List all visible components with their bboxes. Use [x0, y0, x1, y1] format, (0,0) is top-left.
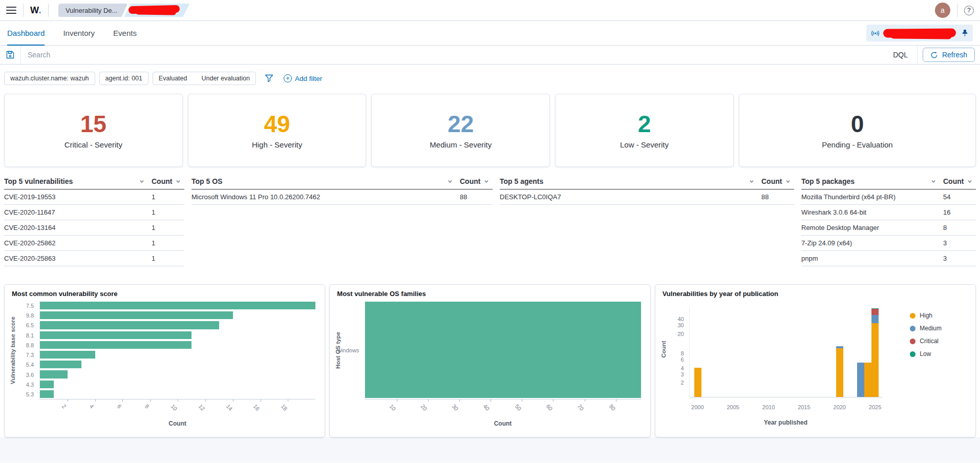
count-header[interactable]: Count: [943, 177, 964, 185]
x-tick-label: 50: [514, 403, 522, 412]
bar[interactable]: [40, 302, 315, 309]
table-row[interactable]: Wireshark 3.0.6 64-bit16: [801, 205, 976, 220]
selected-agent-pill[interactable]: [866, 25, 973, 41]
redaction-scribble: [135, 8, 176, 15]
stacked-bar[interactable]: [836, 346, 843, 397]
search-input[interactable]: Search: [28, 51, 884, 59]
y-tick-label: 4.3: [18, 380, 34, 389]
bar[interactable]: [40, 311, 233, 319]
table-row[interactable]: pnpm3: [801, 251, 976, 266]
bar[interactable]: [40, 390, 54, 398]
table-title[interactable]: Top 5 agents: [500, 177, 543, 185]
chevron-down-icon[interactable]: [484, 179, 489, 184]
legend-item-low[interactable]: Low: [910, 350, 942, 357]
chevron-down-icon[interactable]: [448, 179, 453, 184]
card-high[interactable]: 49 High - Severity: [188, 94, 367, 167]
stacked-chart-year-publication[interactable]: Count 23468203040 2000200520102015202020…: [663, 301, 968, 426]
filter-pill-agent[interactable]: agent.id: 001: [99, 72, 148, 85]
chevron-down-icon[interactable]: [176, 179, 181, 184]
tab-inventory[interactable]: Inventory: [63, 21, 95, 45]
metric-value: 0: [851, 112, 864, 136]
table-title[interactable]: Top 5 vulnerabilities: [4, 177, 73, 185]
divider: [48, 4, 49, 17]
x-tick-label: 2000: [691, 404, 704, 410]
x-tick-label: 40: [482, 403, 491, 412]
card-pending[interactable]: 0 Pending - Evaluation: [739, 94, 976, 167]
filter-funnel-icon[interactable]: [265, 74, 273, 82]
count-header[interactable]: Count: [761, 177, 782, 185]
bar[interactable]: [40, 321, 219, 329]
plot-area: [39, 301, 315, 399]
legend-item-high[interactable]: High: [910, 312, 942, 319]
y-tick-label: 6.5: [18, 321, 34, 330]
table-row[interactable]: Remote Desktop Manager8: [801, 220, 976, 236]
metric-value: 2: [638, 112, 651, 136]
wazuh-logo[interactable]: W.: [30, 5, 41, 16]
card-critical[interactable]: 15 Critical - Severity: [4, 94, 183, 167]
y-tick-label: 8.8: [18, 340, 34, 350]
filter-pill-label: Evaluated: [159, 75, 187, 82]
filter-pill-cluster[interactable]: wazuh.cluster.name: wazuh: [4, 72, 95, 85]
row-name: Mozilla Thunderbird (x64 pt-BR): [801, 193, 943, 201]
bar[interactable]: [40, 341, 191, 349]
chevron-down-icon[interactable]: [931, 179, 936, 184]
card-medium[interactable]: 22 Medium - Severity: [371, 94, 550, 167]
bar[interactable]: [40, 361, 81, 368]
add-filter-button[interactable]: + Add filter: [284, 74, 322, 82]
breadcrumb[interactable]: Vulnerability De...: [58, 4, 127, 17]
count-header[interactable]: Count: [460, 177, 480, 185]
query-language-button[interactable]: DQL: [884, 51, 917, 59]
filter-pill-evaluation[interactable]: Evaluated Under evaluation: [153, 72, 256, 85]
bar[interactable]: [365, 302, 641, 398]
hbar-chart-os-families[interactable]: Host OS type windows 1020304050607080 Co…: [337, 301, 643, 426]
hbar-chart-vulnerability-score[interactable]: Vulnerability base score 7.59.86.58.18.8…: [12, 301, 317, 426]
chevron-down-icon[interactable]: [967, 179, 972, 184]
table-row[interactable]: CVE-2020-258621: [4, 236, 184, 251]
x-tick-label: 12: [197, 403, 206, 412]
bar[interactable]: [40, 381, 54, 388]
chevron-down-icon[interactable]: [139, 179, 144, 184]
metric-label: Medium - Severity: [430, 140, 492, 149]
save-query-icon[interactable]: [0, 46, 20, 64]
table-row[interactable]: DESKTOP-LC0IQA788: [500, 190, 794, 205]
row-name: CVE-2019-19553: [4, 193, 152, 201]
table-row[interactable]: 7-Zip 24.09 (x64)3: [801, 236, 976, 251]
chevron-down-icon[interactable]: [749, 179, 754, 184]
menu-icon[interactable]: [6, 7, 16, 14]
table-row[interactable]: CVE-2019-195531: [4, 190, 184, 205]
stacked-bar[interactable]: [694, 368, 701, 397]
table-row[interactable]: Mozilla Thunderbird (x64 pt-BR)54: [801, 190, 976, 205]
table-header: Top 5 packages Count: [801, 177, 976, 190]
table-top5-agents: Top 5 agents Count DESKTOP-LC0IQA788: [500, 177, 794, 205]
legend-item-critical[interactable]: Critical: [910, 338, 942, 345]
stacked-bar[interactable]: [871, 308, 879, 397]
table-title[interactable]: Top 5 packages: [801, 177, 855, 185]
help-icon[interactable]: ?: [964, 6, 974, 15]
bar[interactable]: [40, 351, 95, 359]
table-row[interactable]: CVE-2020-131641: [4, 220, 184, 236]
table-row[interactable]: CVE-2020-258631: [4, 251, 184, 266]
stacked-bar[interactable]: [857, 363, 864, 397]
row-count: 1: [152, 224, 184, 232]
chevron-down-icon[interactable]: [785, 179, 791, 184]
pin-icon[interactable]: [962, 29, 968, 37]
row-name: Wireshark 3.0.6 64-bit: [801, 208, 943, 216]
row-count: 3: [943, 255, 976, 262]
stacked-bar[interactable]: [864, 363, 871, 397]
bar[interactable]: [40, 370, 68, 378]
table-row[interactable]: CVE-2020-116471: [4, 205, 184, 220]
refresh-button[interactable]: Refresh: [923, 48, 975, 62]
table-title[interactable]: Top 5 OS: [191, 177, 222, 185]
table-row[interactable]: Microsoft Windows 11 Pro 10.0.26200.7462…: [191, 190, 493, 205]
y-tick-label: 3.6: [18, 370, 34, 380]
count-header[interactable]: Count: [152, 177, 172, 185]
tab-dashboard[interactable]: Dashboard: [7, 21, 45, 45]
table-top5-vulnerabilities: Top 5 vulnerabilities Count CVE-2019-195…: [4, 177, 184, 266]
breadcrumb-current-redacted[interactable]: [124, 4, 189, 17]
bar[interactable]: [40, 331, 191, 339]
card-low[interactable]: 2 Low - Severity: [555, 94, 734, 167]
bar-segment-high: [864, 363, 871, 397]
avatar[interactable]: a: [935, 3, 950, 18]
tab-events[interactable]: Events: [113, 21, 137, 45]
legend-item-medium[interactable]: Medium: [910, 325, 942, 332]
